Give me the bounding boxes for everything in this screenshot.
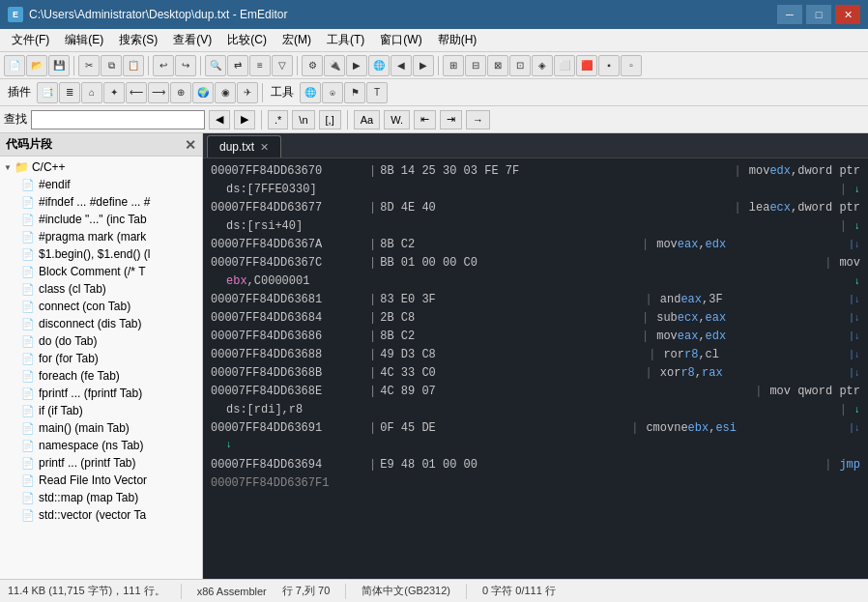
toolbar-group-file: 📄 📂 💾 [4,55,70,76]
minimize-button[interactable]: ─ [777,5,802,24]
plugin-button[interactable]: 🔌 [324,55,345,76]
main-area: 代码片段 ✕ ▼ 📁 C/C++ 📄 #endif 📄 #ifndef ... … [0,133,868,579]
find-aa[interactable]: Aa [354,110,380,129]
find-next-btn[interactable]: ▶ [234,110,255,129]
run-button[interactable]: ▶ [346,55,367,76]
sidebar-item-11[interactable]: 📄 foreach (fe Tab) [0,367,202,385]
pipe-15: | [631,419,638,437]
sidebar-item-3[interactable]: 📄 #pragma mark (mark [0,228,202,245]
new-button[interactable]: 📄 [4,55,25,76]
redo-button[interactable]: ↪ [175,55,196,76]
tool-btn3[interactable]: ⚑ [344,82,365,103]
find-prev-btn[interactable]: ◀ [209,110,230,129]
menu-file[interactable]: 文件(F) [4,30,57,50]
replace-button[interactable]: ⇄ [227,55,248,76]
sidebar-item-13[interactable]: 📄 if (if Tab) [0,402,202,419]
cut-button[interactable]: ✂ [78,55,100,76]
tool-btn1[interactable]: 🌐 [300,82,321,103]
tb-btn-extra1[interactable]: ⊞ [443,55,464,76]
tool-btn4[interactable]: T [366,82,388,103]
find-opt2[interactable]: \n [292,110,314,129]
sidebar-item-14[interactable]: 📄 main() (main Tab) [0,419,202,437]
find-opt1[interactable]: .* [268,110,288,129]
undo-button[interactable]: ↩ [153,55,174,76]
tool-btn2[interactable]: ⍟ [322,82,343,103]
copy-button[interactable]: ⧉ [101,55,122,76]
sidebar-item-8[interactable]: 📄 disconnect (dis Tab) [0,315,202,332]
findall-button[interactable]: ≡ [249,55,271,76]
sidebar-item-19[interactable]: 📄 std::vector (vector Ta [0,506,202,524]
browser-button[interactable]: 🌐 [368,55,390,76]
plugin-btn4[interactable]: ✦ [103,82,125,103]
tb-btn-extra8[interactable]: ▪ [598,55,620,76]
plugin-btn5[interactable]: ⟵ [126,82,147,103]
sidebar-close-button[interactable]: ✕ [185,137,196,153]
plugin-btn10[interactable]: ✈ [237,82,258,103]
menu-macro[interactable]: 宏(M) [275,30,319,50]
maximize-button[interactable]: □ [806,5,831,24]
sidebar-item-block-comment[interactable]: 📄 Block Comment (/* T [0,263,202,280]
tb-btn-extra7[interactable]: 🟥 [576,55,597,76]
prev-button[interactable]: ◀ [391,55,412,76]
menu-help[interactable]: 帮助(H) [430,30,485,50]
bytes-1: 8B 14 25 30 03 FE 7F [380,162,519,180]
addr-4: ds:[rsi+40] [211,217,365,235]
macro-button[interactable]: ⚙ [302,55,323,76]
tree-root-cpp[interactable]: ▼ 📁 C/C++ [0,158,202,176]
asm-line-2: ds:[7FFE0330] | ↓ [211,181,860,199]
find-opt3[interactable]: [,] [319,110,341,129]
plugin-btn3[interactable]: ⌂ [81,82,102,103]
plugin-btn8[interactable]: 🌍 [192,82,214,103]
save-button[interactable]: 💾 [48,55,70,76]
sidebar-item-12[interactable]: 📄 fprintf ... (fprintf Tab) [0,385,202,402]
snippet-icon: 📄 [21,474,35,487]
find-arrows3[interactable]: → [466,110,490,129]
find-arrows1[interactable]: ⇤ [414,110,436,129]
tab-dup-txt[interactable]: dup.txt ✕ [207,135,281,158]
sidebar-item-4[interactable]: 📄 $1.begin(), $1.end() (l [0,245,202,263]
tb-btn-extra4[interactable]: ⊡ [509,55,531,76]
plugin-btn6[interactable]: ⟶ [148,82,169,103]
plugin-btn2[interactable]: ≣ [59,82,80,103]
menu-edit[interactable]: 编辑(E) [57,30,111,50]
plugin-btn7[interactable]: ⊕ [170,82,191,103]
plugin-btn9[interactable]: ◉ [215,82,236,103]
pipe-11: | [649,346,655,363]
find-arrows2[interactable]: ⇥ [440,110,462,129]
sidebar-item-16[interactable]: 📄 printf ... (printf Tab) [0,454,202,472]
sidebar-item-2[interactable]: 📄 #include "..." (inc Tab [0,211,202,228]
tb-btn-extra2[interactable]: ⊟ [465,55,486,76]
find-input[interactable] [31,110,205,129]
tb-btn-extra3[interactable]: ⊠ [487,55,508,76]
reg-7: ebx [211,272,247,290]
bytes-6: BB 01 00 00 C0 [380,254,515,272]
find-word[interactable]: W. [384,110,410,129]
sidebar-item-10[interactable]: 📄 for (for Tab) [0,350,202,367]
filter-button[interactable]: ▽ [272,55,293,76]
sidebar-item-7[interactable]: 📄 connect (con Tab) [0,298,202,315]
sidebar-item-0[interactable]: 📄 #endif [0,176,202,193]
menu-window[interactable]: 窗口(W) [372,30,429,50]
sidebar-item-15[interactable]: 📄 namespace (ns Tab) [0,437,202,454]
menu-compare[interactable]: 比较(C) [219,30,275,50]
plugin-btn1[interactable]: 📑 [37,82,58,103]
sidebar-item-1[interactable]: 📄 #ifndef ... #define ... # [0,193,202,211]
paste-button[interactable]: 📋 [123,55,144,76]
tb-btn-extra9[interactable]: ▫ [621,55,642,76]
next-button[interactable]: ▶ [413,55,434,76]
sidebar-item-18[interactable]: 📄 std::map (map Tab) [0,489,202,506]
close-button[interactable]: ✕ [835,5,860,24]
sidebar-item-read-file[interactable]: 📄 Read File Into Vector [0,472,202,489]
tb-btn-extra5[interactable]: ◈ [532,55,553,76]
menu-tools[interactable]: 工具(T) [319,30,372,50]
tab-close-icon[interactable]: ✕ [260,141,269,154]
editor-content[interactable]: 00007FF84DD63670 | 8B 14 25 30 03 FE 7F … [203,158,868,579]
sidebar-item-6[interactable]: 📄 class (cl Tab) [0,280,202,298]
menu-view[interactable]: 查看(V) [165,30,219,50]
menu-search[interactable]: 搜索(S) [111,30,165,50]
sidebar-item-9[interactable]: 📄 do (do Tab) [0,332,202,350]
pipe-8: | [646,291,652,308]
find-button[interactable]: 🔍 [205,55,226,76]
tb-btn-extra6[interactable]: ⬜ [554,55,575,76]
open-button[interactable]: 📂 [26,55,47,76]
